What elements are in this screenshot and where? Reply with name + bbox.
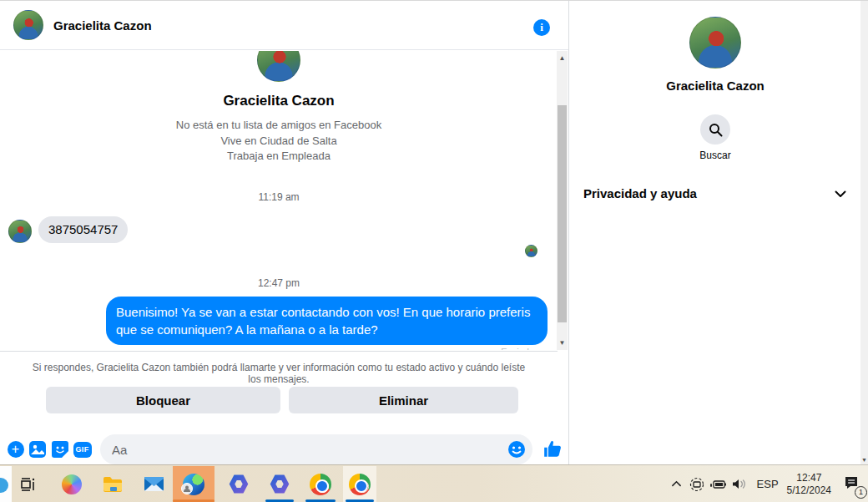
privacy-help-label: Privacidad y ayuda	[583, 186, 697, 200]
sidebar-contact-name: Gracielita Cazon	[570, 79, 860, 93]
emoji-icon[interactable]	[507, 440, 526, 459]
delete-button[interactable]: Eliminar	[289, 387, 518, 413]
windows-taskbar: B ESP 12:47 5/12/2024 1	[0, 464, 868, 502]
chrome-b-icon[interactable]: B	[343, 466, 376, 502]
chevron-down-icon	[834, 187, 847, 200]
chrome-b-badge: B	[356, 480, 369, 493]
incoming-message-row: 3875054757	[8, 216, 558, 243]
clock[interactable]: 12:47 5/12/2024	[787, 472, 831, 497]
message-input[interactable]	[100, 434, 532, 464]
chat-footer: Si respondes, Gracielita Cazon también p…	[0, 351, 558, 465]
mail-icon[interactable]	[139, 466, 169, 502]
search-label: Buscar	[570, 150, 860, 161]
conversation-info-panel: Gracielita Cazon Buscar Privacidad y ayu…	[570, 1, 860, 465]
profile-meta-line: Trabaja en Empleada	[0, 149, 558, 165]
seen-avatar-icon	[525, 245, 537, 257]
sidebar-avatar[interactable]	[689, 17, 741, 68]
reply-disclaimer: Si respondes, Gracielita Cazon también p…	[0, 362, 558, 385]
search-icon	[709, 123, 723, 137]
tray-time: 12:47	[787, 472, 831, 484]
scroll-down-icon[interactable]: ▼	[860, 455, 868, 464]
thumbs-up-icon[interactable]	[542, 439, 564, 460]
message-composer: + GIF	[0, 433, 558, 466]
scroll-down-icon[interactable]: ▼	[557, 337, 568, 348]
chrome-profile-badge	[316, 480, 329, 493]
copilot-icon[interactable]	[57, 466, 87, 502]
task-view-icon[interactable]	[17, 466, 40, 502]
chat-scrollbar-thumb[interactable]	[558, 105, 567, 322]
seen-indicator-row	[0, 245, 558, 257]
notification-icon[interactable]: 1	[843, 474, 860, 494]
tray-date: 5/12/2024	[787, 484, 831, 497]
info-icon[interactable]: i	[533, 19, 550, 36]
block-button[interactable]: Bloquear	[46, 387, 280, 413]
battery-charging-icon[interactable]	[707, 479, 729, 490]
profile-meta: No está en tu lista de amigos en Faceboo…	[0, 118, 558, 165]
chat-scrollbar[interactable]: ▲ ▼	[557, 51, 568, 350]
privacy-help-row[interactable]: Privacidad y ayuda	[583, 186, 847, 200]
file-explorer-icon[interactable]	[98, 466, 128, 502]
search-button[interactable]	[700, 114, 730, 145]
outgoing-message-bubble[interactable]: Buenisimo! Ya se van a estar contactando…	[106, 297, 548, 345]
speaker-icon[interactable]	[729, 478, 750, 490]
plus-icon[interactable]: +	[8, 439, 24, 459]
timestamp: 12:47 pm	[0, 277, 558, 289]
edge-profile-badge	[181, 483, 193, 494]
chevron-up-icon[interactable]	[667, 479, 687, 489]
header-avatar[interactable]	[13, 10, 43, 40]
message-input-wrap	[100, 434, 532, 464]
window-scrollbar[interactable]: ▼	[860, 1, 868, 465]
outgoing-message-row: Buenisimo! Ya se van a estar contactando…	[106, 297, 548, 351]
contact-profile-block: Gracielita Cazon No está en tu lista de …	[0, 51, 558, 165]
image-icon[interactable]	[28, 439, 47, 459]
incoming-message-bubble[interactable]: 3875054757	[38, 216, 128, 243]
m365-icon-2[interactable]	[263, 466, 296, 502]
scroll-up-icon[interactable]: ▲	[557, 53, 568, 63]
language-indicator[interactable]: ESP	[757, 478, 779, 490]
profile-meta-line: No está en tu lista de amigos en Faceboo…	[0, 118, 558, 134]
messenger-window: Gracielita Cazon i Gracielita Cazon No e…	[0, 0, 868, 464]
timestamp: 11:19 am	[0, 191, 558, 203]
cast-icon[interactable]	[687, 477, 707, 492]
m365-icon[interactable]	[222, 466, 255, 502]
sent-status-label: Enviado	[106, 347, 534, 351]
notification-count-badge: 1	[855, 486, 867, 499]
profile-avatar[interactable]	[257, 51, 300, 82]
system-tray: ESP 12:47 5/12/2024 1	[667, 465, 868, 502]
chat-message-list[interactable]: Gracielita Cazon No está en tu lista de …	[0, 51, 558, 350]
chat-column: Gracielita Cazon i Gracielita Cazon No e…	[0, 1, 569, 465]
message-avatar[interactable]	[8, 220, 32, 243]
profile-meta-line: Vive en Ciudad de Salta	[0, 134, 558, 150]
edge-icon[interactable]	[173, 466, 214, 502]
chrome-profile-icon[interactable]	[303, 466, 338, 502]
sticker-icon[interactable]	[51, 439, 69, 459]
chat-header-name: Gracielita Cazon	[53, 18, 152, 33]
start-button-partial[interactable]	[0, 466, 12, 502]
chat-header: Gracielita Cazon i	[0, 1, 568, 50]
profile-name: Gracielita Cazon	[0, 93, 558, 109]
gif-icon[interactable]: GIF	[73, 439, 92, 459]
